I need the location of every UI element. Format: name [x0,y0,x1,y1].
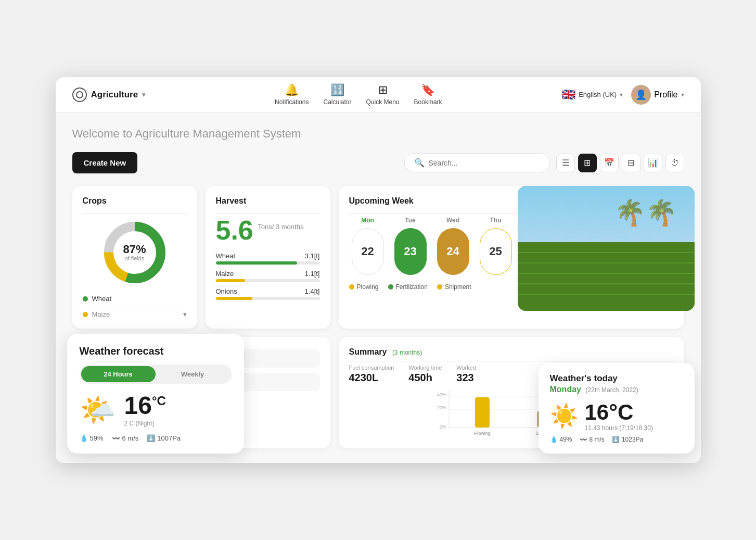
svg-text:20%: 20% [437,405,446,410]
pressure-value: 1007Pa [157,434,181,442]
day-tue[interactable]: Tue 23 [392,217,429,275]
onions-bar-label: Onions [216,287,237,295]
day-mon-bubble: 22 [352,228,384,275]
wheat-bar-fill [216,261,297,265]
weather-today-day: Monday [550,385,581,394]
chart-view-btn[interactable]: 📊 [644,154,662,172]
weather-stats: 💧 59% 〰️ 6 m/s ⬇️ 1007Pa [80,434,232,442]
app-name-chevron[interactable]: ▾ [142,91,145,98]
nav-calculator[interactable]: 🔢 Calculator [323,83,351,106]
harvest-title: Harvest [216,196,320,206]
harvest-value: 5.6 [216,215,253,245]
wt-pressure-value: 1023Pa [622,436,643,443]
calendar-view-btn[interactable]: 📅 [600,154,619,172]
day-wed-name: Wed [446,217,459,224]
weather-today-temp-area: 16°C 11.43 hours (7:19/18.30) [585,400,653,432]
onions-bar-fill [216,297,252,300]
crops-title: Crops [83,196,187,206]
day-thu[interactable]: Thu 25 [477,217,515,275]
language-selector[interactable]: 🇬🇧 English (UK) ▾ [561,88,623,102]
shipment-dot [437,284,442,290]
tab-24hours[interactable]: 24 Hours [81,366,156,382]
maize-bar-label: Maize [216,270,234,278]
weather-today-body: ☀️ 16°C 11.43 hours (7:19/18.30) [550,400,683,432]
bookmark-label: Bookmark [414,98,442,106]
day-tue-name: Tue [405,217,415,224]
weather-today-title: Weather's today [550,373,683,384]
wheat-bar-value: 3.1[t] [305,252,320,260]
weather-today-date: (22th March, 2022) [585,386,638,394]
wt-humidity-icon: 💧 [550,436,558,443]
welcome-light: Management System [193,127,301,140]
worked-value: 323 [456,372,476,384]
maize-label: Maize [92,310,110,318]
welcome-text: Welcome to Agriculture Management System [72,127,684,141]
harvest-bars: Wheat 3.1[t] Maize 1.1[t] [216,252,320,300]
summary-title: Summary [349,347,387,356]
maize-bar-fill [216,279,245,282]
pressure-icon: ⬇️ [147,434,155,442]
day-wed-bubble: 24 [437,228,469,275]
day-wed[interactable]: Wed 24 [434,217,472,275]
logo-icon [72,87,87,102]
time-view-btn[interactable]: ⏱ [665,154,684,172]
day-thu-bubble: 25 [480,228,512,275]
svg-rect-11 [475,397,490,428]
fertilization-label: Fertilization [396,283,428,291]
legend-wheat: Wheat [83,295,187,303]
day-thu-name: Thu [490,217,502,224]
onions-bar-track [216,297,320,300]
expand-icon[interactable]: ▾ [183,310,187,318]
app-logo[interactable]: Agriculture ▾ [72,87,156,102]
humidity-value: 59% [90,434,104,442]
harvest-bar-onions: Onions 1.4[t] [216,287,320,300]
wt-wind-value: 8 m/s [590,436,605,443]
day-mon[interactable]: Mon 22 [349,217,387,275]
search-input[interactable] [429,159,540,167]
wt-wind: 〰️ 8 m/s [580,436,605,443]
search-box[interactable]: 🔍 [404,153,550,172]
wt-pressure: ⬇️ 1023Pa [612,436,643,443]
wf-humidity: 💧 59% [80,434,104,442]
table-view-btn[interactable]: ⊟ [622,154,640,172]
language-chevron: ▾ [620,91,623,98]
bookmark-icon: 🔖 [421,83,435,97]
tab-weekly[interactable]: Weekly [156,366,230,382]
working-label: Working time [408,365,442,371]
weather-today-temp: 16°C [585,400,653,424]
header-right: 🇬🇧 English (UK) ▾ 👤 Profile ▾ [561,85,684,105]
wheat-bar-label: Wheat [216,252,236,260]
weather-today-date-row: Monday (22th March, 2022) [550,385,683,394]
legend-fertilization: Fertilization [388,283,428,291]
stat-fuel: Fuel consumption 4230L [349,365,394,384]
legend-maize[interactable]: Maize ▾ [83,307,187,318]
wf-pressure: ⬇️ 1007Pa [147,434,181,442]
quick-menu-icon: ⊞ [378,83,388,97]
notifications-label: Notifications [275,98,309,106]
profile-area[interactable]: 👤 Profile ▾ [631,85,684,105]
profile-chevron: ▾ [681,91,684,98]
weather-forecast-title: Weather forecast [80,345,232,357]
create-new-button[interactable]: Create New [72,152,138,173]
wheat-dot [83,296,88,302]
summary-period: (3 months) [392,349,422,356]
nav-notifications[interactable]: 🔔 Notifications [275,83,309,106]
weather-forecast-card: Weather forecast 24 Hours Weekly 🌤️ 16°C… [67,334,244,454]
stat-working: Working time 450h [408,365,442,384]
nav-bookmark[interactable]: 🔖 Bookmark [414,83,442,106]
svg-text:40%: 40% [437,392,446,397]
harvest-card: Harvest 5.6 Tons/ 3 months Wheat 3.1[t] [206,186,330,329]
weather-tabs: 24 Hours Weekly [80,365,232,384]
list-view-btn[interactable]: ☰ [556,154,575,172]
crops-sublabel: of fields [123,255,146,261]
language-label: English (UK) [579,91,617,98]
grid-view-btn[interactable]: ⊞ [578,154,597,172]
search-icon: 🔍 [414,158,425,168]
header-nav: 🔔 Notifications 🔢 Calculator ⊞ Quick Men… [164,83,554,106]
working-value: 450h [408,372,442,384]
weather-body: 🌤️ 16°C 2 C (Night) [80,392,232,427]
nav-quick-menu[interactable]: ⊞ Quick Menu [366,83,400,106]
harvest-bar-maize: Maize 1.1[t] [216,270,320,282]
weather-today-hours: 11.43 hours (7:19/18.30) [585,424,653,432]
weather-night-temp: 2 C (Night) [124,420,166,427]
